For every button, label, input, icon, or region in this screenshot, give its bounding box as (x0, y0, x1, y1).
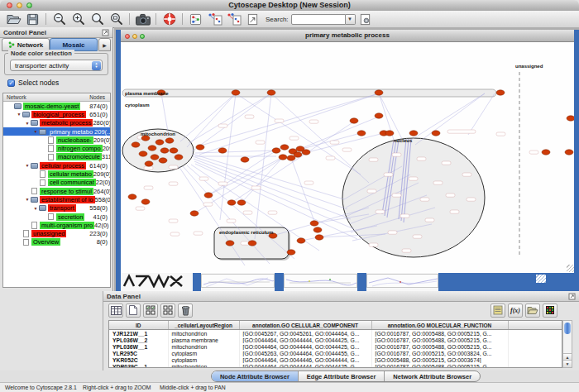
tree-item[interactable]: nitrogen compo209(0) (3, 144, 110, 152)
table-row[interactable]: YPL036W__2plasma membrane[GO:0044464, GO… (109, 337, 562, 343)
titlebar[interactable]: Cytoscape Desktop (New Session) (0, 0, 579, 12)
frame-close-button[interactable] (125, 34, 130, 39)
select-attributes-icon[interactable] (143, 304, 158, 318)
table-row[interactable]: YKR052Ccytoplasm[GO:0044464, GO:0044446,… (109, 356, 562, 363)
tree-item[interactable]: unassigned223(0) (3, 229, 110, 237)
new-attribute-icon[interactable] (126, 304, 141, 318)
snapshot-camera-icon[interactable] (134, 12, 151, 26)
tree-item-label: cell communicat (48, 179, 96, 186)
file-icon (40, 179, 45, 187)
tree-expander-icon[interactable]: ▼ (32, 206, 39, 211)
zoom-fit-icon[interactable] (89, 12, 106, 26)
tree-expander-icon[interactable]: ▼ (24, 197, 31, 202)
tree-expander-icon[interactable]: ▼ (24, 163, 31, 168)
tree-expander-icon[interactable]: ▼ (16, 112, 22, 117)
tree-item-count: 41(0) (93, 213, 110, 221)
frame-zoom-button[interactable] (140, 34, 145, 39)
table-row[interactable]: YLR295Ccytoplasm[GO:0045263, GO:0044464,… (109, 350, 562, 356)
table-scrollbar[interactable]: ▲ ▼ (562, 320, 572, 368)
tree-item[interactable]: ▼metabolic process280(0) (3, 119, 110, 127)
search-settings-icon[interactable] (356, 12, 374, 26)
frame-border[interactable] (193, 273, 201, 291)
tree-item[interactable]: ▼primary metabo209(... (3, 127, 110, 136)
tree-item[interactable]: response to stimul264(0) (3, 187, 110, 195)
col-molecular-function[interactable]: annotation.GO MOLECULAR_FUNCTION (371, 321, 508, 330)
frame-minimize-button[interactable] (132, 34, 137, 39)
tree-item-label: unassigned (31, 230, 66, 237)
network-view-window[interactable]: primary metabolic process plasma membran… (116, 30, 579, 273)
save-icon[interactable] (24, 12, 41, 26)
folder-icon (31, 197, 38, 203)
tree-item[interactable]: nucleobase-209(0) (3, 136, 110, 144)
col-region[interactable]: _cellularLayoutRegion (168, 321, 239, 330)
search-input[interactable] (291, 14, 346, 25)
layout-transform-a-icon[interactable] (206, 12, 223, 26)
tree-expander-icon[interactable]: ▼ (32, 129, 39, 134)
attribute-table-header[interactable]: ID _cellularLayoutRegion annotation.GO C… (109, 321, 562, 330)
scrollbar-thumb[interactable] (564, 323, 571, 334)
float-panel-icon[interactable] (568, 293, 576, 300)
open-folder-icon[interactable] (5, 12, 22, 26)
file-icon (23, 239, 29, 246)
select-nodes-checkbox[interactable]: ✓ (7, 79, 15, 87)
delete-attribute-trash-icon[interactable] (178, 304, 193, 318)
col-id[interactable]: ID (109, 321, 168, 330)
resize-grip[interactable] (567, 265, 574, 272)
frame-border[interactable] (357, 273, 366, 291)
file-icon (40, 170, 45, 178)
deselect-attributes-icon[interactable] (160, 304, 175, 318)
layout-transform-b-icon[interactable] (225, 12, 242, 26)
table-row[interactable]: YDR039C__1mitochondrion[GO:0044464, GO:0… (109, 363, 562, 368)
load-attributes-icon[interactable] (525, 304, 540, 318)
network-view-titlebar[interactable]: primary metabolic process (121, 30, 574, 42)
color-attribute-dropdown[interactable]: transporter activity ▲▼ (10, 60, 103, 71)
function-builder-icon[interactable]: f(x) (508, 304, 523, 318)
tab-edge-attribute-browser[interactable]: Edge Attribute Browser (299, 371, 385, 381)
table-row[interactable]: YJR121W__1mitochondrion[GO:0045267, GO:0… (109, 330, 562, 337)
file-icon (31, 222, 37, 229)
tree-item[interactable]: cellular metabo209(0) (3, 170, 110, 178)
float-panel-icon[interactable] (102, 29, 109, 36)
tree-item[interactable]: secretion41(0) (3, 213, 110, 221)
frame-border[interactable] (116, 273, 121, 291)
color-matrix-icon[interactable] (543, 304, 557, 318)
tree-item[interactable]: Overview8(0) (3, 238, 110, 246)
import-attributes-icon[interactable] (490, 304, 505, 318)
table-row[interactable]: YPL036W__1mitochondrion[GO:0044464, GO:0… (109, 343, 562, 350)
tree-item[interactable]: mosaic-demo-yeast874(0) (3, 102, 110, 110)
help-lifebuoy-icon[interactable] (160, 12, 178, 26)
tree-item[interactable]: cell communicat22(0) (3, 179, 110, 187)
tree-expander-icon[interactable]: ▼ (24, 121, 31, 126)
col-cellular-component[interactable]: annotation.GO CELLULAR_COMPONENT (239, 321, 371, 330)
tree-item[interactable]: ▼cellular process614(0) (3, 161, 110, 170)
network-overview-icon[interactable] (187, 12, 204, 26)
tree-item-count: 223(0) (89, 230, 110, 237)
tree-item[interactable]: multi-organism pro42(0) (3, 221, 110, 229)
background-window-thumbnail[interactable] (201, 274, 275, 288)
more-tabs-button[interactable]: ▶ (98, 38, 111, 51)
window-title: Cytoscape Desktop (New Session) (0, 1, 579, 9)
select-nodes-label: Select nodes (18, 79, 59, 87)
table-cell-filler (508, 337, 562, 343)
tree-item[interactable]: macromolecule311(0) (3, 153, 110, 161)
tree-item[interactable]: ▼transport558(0) (3, 204, 110, 213)
tree-item-label: metabolic process (40, 119, 93, 127)
annotation-page-icon[interactable] (244, 12, 261, 26)
zoom-selected-icon[interactable] (108, 12, 125, 26)
attribute-table-icon[interactable] (108, 304, 123, 318)
zoom-in-icon[interactable] (69, 12, 87, 26)
frame-border[interactable] (438, 273, 579, 291)
background-window-thumbnail[interactable] (284, 274, 357, 288)
tab-node-attribute-browser[interactable]: Node Attribute Browser (212, 371, 299, 381)
search-dropdown-arrow[interactable]: ▼ (346, 14, 356, 25)
network-canvas[interactable]: plasma membrane cytoplasm mitochondrion … (121, 42, 574, 272)
mitochondrion-label: mitochondrion (141, 131, 175, 136)
frame-border[interactable] (275, 273, 284, 291)
tab-network-attribute-browser[interactable]: Network Attribute Browser (385, 371, 480, 381)
background-window-thumbnail[interactable] (366, 274, 438, 288)
tree-item[interactable]: ▼biological_process651(0) (3, 110, 110, 118)
zoom-out-icon[interactable] (50, 12, 68, 26)
scroll-down-arrow[interactable]: ▼ (563, 360, 572, 367)
toolbar-separator (182, 13, 183, 25)
tree-item[interactable]: ▼establishment of lo558(0) (3, 195, 110, 203)
